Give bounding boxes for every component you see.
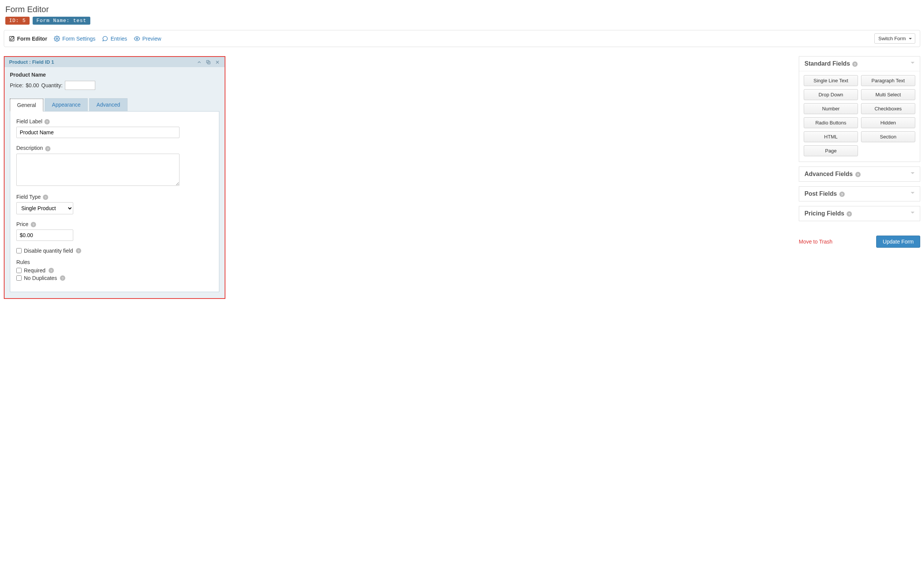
chevron-down-icon: [911, 172, 915, 176]
field-type-button[interactable]: Multi Select: [861, 89, 915, 100]
field-label-label: Field Label ?: [16, 118, 213, 124]
form-name-badge: Form Name: test: [33, 17, 90, 25]
collapse-icon[interactable]: [197, 60, 202, 65]
field-type-button[interactable]: Radio Buttons: [804, 117, 858, 128]
tab-form-editor[interactable]: Form Editor: [9, 36, 47, 42]
svg-text:?: ?: [854, 62, 856, 66]
rules-heading: Rules: [16, 259, 213, 265]
accordion-standard-fields: Standard Fields ? Single Line TextParagr…: [799, 56, 920, 162]
gears-icon: [54, 36, 60, 42]
field-type-select[interactable]: Single Product: [16, 202, 73, 214]
switch-form-label: Switch Form: [878, 36, 906, 41]
accordion-pricing-fields: Pricing Fields ?: [799, 206, 920, 221]
help-icon[interactable]: ?: [76, 248, 81, 253]
price-input[interactable]: [16, 229, 73, 241]
field-type-button[interactable]: Number: [804, 103, 858, 114]
help-icon[interactable]: ?: [839, 192, 845, 197]
chevron-down-icon: [911, 62, 915, 66]
required-checkbox[interactable]: [16, 268, 22, 273]
price-label: Price:: [10, 82, 24, 88]
quantity-label: Quantity:: [41, 82, 63, 88]
accordion-header-advanced[interactable]: Advanced Fields ?: [799, 167, 920, 181]
page-title: Form Editor: [5, 5, 920, 14]
svg-text:?: ?: [848, 212, 850, 216]
field-type-button[interactable]: Hidden: [861, 117, 915, 128]
inner-tab-general[interactable]: General: [10, 99, 43, 112]
svg-text:?: ?: [857, 173, 859, 176]
svg-text:?: ?: [50, 269, 52, 273]
duplicate-icon[interactable]: [206, 60, 211, 65]
field-type-button[interactable]: HTML: [804, 131, 858, 142]
disable-quantity-label: Disable quantity field: [24, 248, 73, 254]
tab-preview[interactable]: Preview: [134, 36, 161, 42]
accordion-title: Post Fields: [804, 190, 837, 197]
svg-text:?: ?: [45, 195, 47, 199]
tab-label: Form Settings: [62, 36, 95, 42]
svg-point-2: [136, 38, 138, 39]
no-duplicates-label: No Duplicates: [24, 275, 57, 281]
accordion-title: Standard Fields: [804, 60, 850, 67]
update-form-button[interactable]: Update Form: [876, 236, 920, 248]
disable-quantity-checkbox[interactable]: [16, 248, 22, 253]
inner-tab-advanced[interactable]: Advanced: [89, 98, 127, 111]
tab-pane-general: Field Label ? Description ?: [10, 112, 219, 292]
tab-label: Form Editor: [17, 36, 47, 42]
chevron-down-icon: [911, 192, 915, 196]
comment-icon: [102, 36, 108, 42]
help-icon[interactable]: ?: [31, 222, 36, 227]
field-card-header[interactable]: Product : Field ID 1: [5, 57, 225, 67]
help-icon[interactable]: ?: [852, 61, 858, 67]
accordion-title: Advanced Fields: [804, 171, 853, 177]
accordion-header-post[interactable]: Post Fields ?: [799, 187, 920, 201]
field-label-input[interactable]: [16, 127, 179, 138]
move-to-trash-link[interactable]: Move to Trash: [799, 239, 833, 245]
accordion-header-pricing[interactable]: Pricing Fields ?: [799, 206, 920, 221]
inner-tab-appearance[interactable]: Appearance: [45, 98, 88, 111]
quantity-input[interactable]: [65, 81, 95, 90]
field-type-button[interactable]: Drop Down: [804, 89, 858, 100]
tab-form-settings[interactable]: Form Settings: [54, 36, 95, 42]
field-card-product: Product : Field ID 1 Product Name P: [4, 56, 225, 299]
svg-text:?: ?: [46, 120, 48, 124]
switch-form-dropdown[interactable]: Switch Form: [874, 33, 915, 44]
tab-entries[interactable]: Entries: [102, 36, 127, 42]
required-label: Required: [24, 267, 46, 273]
field-type-button[interactable]: Section: [861, 131, 915, 142]
svg-text:?: ?: [62, 277, 64, 280]
accordion-body-standard: Single Line TextParagraph TextDrop DownM…: [799, 71, 920, 162]
close-icon[interactable]: [215, 60, 220, 65]
help-icon[interactable]: ?: [855, 172, 861, 177]
help-icon[interactable]: ?: [60, 275, 65, 281]
accordion-advanced-fields: Advanced Fields ?: [799, 167, 920, 182]
help-icon[interactable]: ?: [847, 211, 852, 217]
svg-text:?: ?: [841, 192, 843, 196]
svg-text:?: ?: [32, 223, 34, 227]
svg-text:?: ?: [78, 249, 80, 253]
tab-label: Entries: [110, 36, 127, 42]
svg-point-1: [56, 38, 58, 39]
price-value: $0.00: [26, 82, 39, 88]
field-type-button[interactable]: Checkboxes: [861, 103, 915, 114]
field-type-button[interactable]: Paragraph Text: [861, 75, 915, 86]
help-icon[interactable]: ?: [43, 195, 48, 200]
tab-label: Preview: [142, 36, 161, 42]
field-type-button[interactable]: Page: [804, 145, 858, 156]
help-icon[interactable]: ?: [44, 119, 50, 124]
pencil-square-icon: [9, 36, 15, 42]
field-type-button[interactable]: Single Line Text: [804, 75, 858, 86]
no-duplicates-checkbox[interactable]: [16, 275, 22, 281]
form-id-badge: ID: 5: [5, 17, 30, 25]
description-textarea[interactable]: [16, 154, 179, 186]
accordion-header-standard[interactable]: Standard Fields ?: [799, 57, 920, 71]
price-field-label: Price ?: [16, 221, 213, 227]
field-preview-title: Product Name: [10, 72, 219, 78]
field-type-label: Field Type ?: [16, 194, 213, 200]
field-card-title: Product : Field ID 1: [9, 59, 54, 65]
description-label: Description ?: [16, 145, 213, 151]
chevron-down-icon: [911, 212, 915, 215]
help-icon[interactable]: ?: [45, 146, 50, 151]
help-icon[interactable]: ?: [49, 268, 54, 273]
form-toolbar: Form Editor Form Settings Entries Previe…: [4, 30, 920, 47]
eye-icon: [134, 36, 140, 42]
accordion-title: Pricing Fields: [804, 210, 844, 217]
